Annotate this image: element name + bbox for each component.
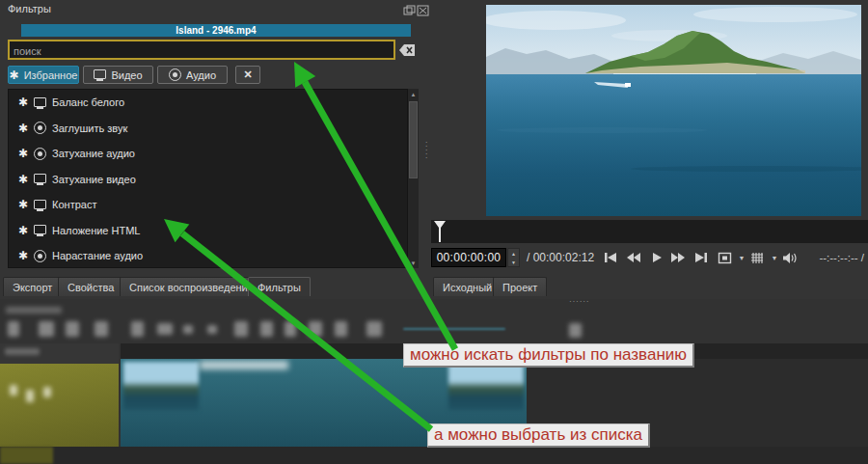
timeline-title-blurred xyxy=(6,307,62,314)
favorite-star-icon: ✱ xyxy=(18,199,28,210)
toolbar-button-blurred[interactable] xyxy=(66,321,79,337)
spin-up-icon[interactable]: ▲ xyxy=(508,249,519,258)
timeline-lower-track xyxy=(0,447,868,464)
selected-range-readout: --:--:--:-- / xyxy=(799,252,864,263)
shotcut-window: Фильтры Island - 2946.mp4 ✱ Избранное Ви… xyxy=(0,0,868,464)
toolbar-button-blurred[interactable] xyxy=(8,321,19,337)
clip-detail-blurred xyxy=(43,387,51,397)
playhead-marker[interactable] xyxy=(433,220,447,243)
skip-previous-button[interactable] xyxy=(602,250,619,265)
tab-source[interactable]: Исходный xyxy=(433,277,502,296)
tab-video-filters[interactable]: Видео xyxy=(83,66,153,84)
filter-search-box[interactable] xyxy=(8,40,395,60)
scroll-up-icon[interactable]: ▲ xyxy=(408,89,419,99)
favorite-star-icon: ✱ xyxy=(18,225,28,236)
toolbar-button-blurred[interactable] xyxy=(207,325,217,334)
timeline-splitter-handle[interactable]: ⋅⋅⋅⋅⋅⋅ xyxy=(569,300,590,304)
favorite-star-icon: ✱ xyxy=(18,96,28,108)
filter-item-label: Нарастание аудио xyxy=(52,250,143,261)
filter-item-label: Заглушить звук xyxy=(52,123,127,134)
toolbar-button-blurred[interactable] xyxy=(39,321,54,337)
favorite-star-icon: ✱ xyxy=(18,250,28,261)
filter-item-label: Затухание видео xyxy=(52,174,136,185)
timeline-zoom-slider-blurred[interactable] xyxy=(403,328,505,330)
video-monitor-icon xyxy=(94,68,106,81)
toolbar-button-blurred[interactable] xyxy=(157,323,173,335)
skip-next-button[interactable] xyxy=(692,250,710,265)
filter-list-item[interactable]: ✱ Нарастание аудио xyxy=(9,243,407,268)
favorite-star-icon: ✱ xyxy=(18,123,28,134)
favorite-star-icon: ✱ xyxy=(18,148,28,159)
filter-type-icon xyxy=(34,173,46,185)
play-button[interactable] xyxy=(648,250,665,265)
panel-float-button[interactable] xyxy=(403,3,416,14)
filter-list: ✱ Баланс белого ✱ Заглушить звук ✱ Затух… xyxy=(8,89,408,268)
audio-speaker-icon xyxy=(169,68,181,81)
close-filter-menu-button[interactable]: ✕ xyxy=(235,66,260,84)
track-header[interactable] xyxy=(0,343,119,364)
island-scene xyxy=(486,5,861,216)
close-icon: ✕ xyxy=(243,68,252,81)
clip-duration: / 00:00:02:12 xyxy=(527,251,594,264)
filter-list-item[interactable]: ✱ Затухание аудио xyxy=(9,141,407,167)
spin-down-icon[interactable]: ▼ xyxy=(508,258,519,266)
video-preview xyxy=(486,5,861,216)
filter-search-input[interactable] xyxy=(10,43,393,60)
toolbar-button-blurred[interactable] xyxy=(234,321,248,337)
scroll-down-icon[interactable]: ▼ xyxy=(408,258,419,268)
favorite-star-icon: ✱ xyxy=(18,174,28,185)
toolbar-button-blurred[interactable] xyxy=(285,321,296,337)
filter-item-label: Наложение HTML xyxy=(52,225,140,236)
grid-button[interactable] xyxy=(748,250,766,265)
panel-close-button[interactable] xyxy=(417,3,429,14)
toolbar-button-blurred[interactable] xyxy=(335,321,347,337)
toolbar-button-blurred[interactable] xyxy=(183,325,193,334)
clip-thumbnail xyxy=(123,362,199,410)
fast-forward-button[interactable] xyxy=(669,250,687,265)
toolbar-button-blurred[interactable] xyxy=(260,321,273,337)
track-name-blurred xyxy=(5,348,40,355)
toolbar-button-blurred[interactable] xyxy=(95,321,108,337)
tab-playlist[interactable]: Список воспроизведения xyxy=(120,277,263,296)
clip-detail-blurred xyxy=(10,385,17,396)
rewind-button[interactable] xyxy=(625,250,642,265)
tab-favorites[interactable]: ✱ Избранное xyxy=(8,66,79,84)
volume-button[interactable] xyxy=(781,250,799,265)
scrollbar-thumb[interactable] xyxy=(409,101,418,178)
clip-thumbnail xyxy=(448,362,524,410)
tab-export[interactable]: Экспорт xyxy=(3,277,62,296)
filters-panel-title: Фильтры xyxy=(8,3,51,14)
clip-detail-blurred xyxy=(26,390,34,402)
filter-list-item[interactable]: ✱ Затухание видео xyxy=(9,167,407,193)
filter-list-item[interactable]: ✱ Наложение HTML xyxy=(9,218,407,244)
boat xyxy=(625,83,631,87)
timecode-stepper[interactable]: ▲ ▼ xyxy=(507,248,520,267)
tab-audio-filters[interactable]: Аудио xyxy=(157,66,228,84)
toolbar-button-blurred[interactable] xyxy=(131,321,144,337)
tab-favorites-label: Избранное xyxy=(24,69,78,81)
filter-type-icon xyxy=(34,122,46,134)
filter-type-icon xyxy=(34,199,46,211)
toolbar-button-blurred[interactable] xyxy=(366,321,382,337)
current-clip-title: Island - 2946.mp4 xyxy=(21,24,411,37)
preview-scrubber[interactable] xyxy=(431,220,868,243)
toolbar-button-blurred[interactable] xyxy=(569,323,582,338)
zoom-fit-button[interactable] xyxy=(716,250,733,265)
filter-type-icon xyxy=(34,96,46,109)
timecode-spinbox[interactable]: 00:00:00:00 xyxy=(431,248,506,267)
filter-list-item[interactable]: ✱ Баланс белого xyxy=(9,90,407,116)
toolbar-button-blurred[interactable] xyxy=(309,321,322,337)
panel-splitter-handle[interactable]: ⋅⋅⋅⋅⋅ xyxy=(423,141,429,162)
annotation-list-hint: а можно выбрать из списка xyxy=(427,423,650,448)
clear-search-icon[interactable] xyxy=(398,43,417,57)
filter-list-item[interactable]: ✱ Заглушить звук xyxy=(9,116,407,142)
tab-filters[interactable]: Фильтры xyxy=(248,277,311,296)
tab-project[interactable]: Проект xyxy=(493,277,547,296)
filter-list-item[interactable]: ✱ Контраст xyxy=(9,192,407,218)
filter-list-scrollbar[interactable]: ▲ ▼ xyxy=(408,89,419,268)
audio-clip-remnant[interactable] xyxy=(0,447,53,464)
tab-properties[interactable]: Свойства xyxy=(58,277,123,296)
tab-audio-label: Аудио xyxy=(186,69,216,81)
favorite-star-icon: ✱ xyxy=(10,69,19,81)
filter-type-icon xyxy=(34,224,46,236)
